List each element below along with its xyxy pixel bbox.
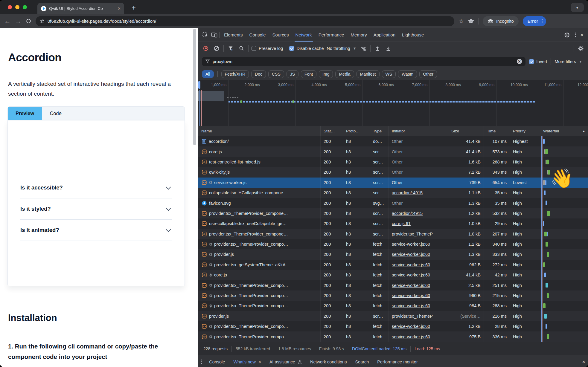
back-icon[interactable]: ← [4, 18, 11, 25]
drawer-tab-console[interactable]: Console [205, 355, 229, 367]
accordion-item[interactable]: Is it styled? [20, 198, 172, 220]
page-tab-preview[interactable]: Preview [8, 107, 42, 120]
initiator-link[interactable]: service-worker.js:60 [392, 252, 430, 257]
column-header-initiator[interactable]: Initiator [389, 126, 448, 136]
close-window-button[interactable] [8, 5, 12, 9]
network-conditions-icon[interactable] [359, 45, 367, 52]
initiator-link[interactable]: service-worker.js:60 [392, 293, 430, 298]
column-header-time[interactable]: Time [484, 126, 510, 136]
reload-icon[interactable] [26, 18, 31, 24]
devtools-tab-console[interactable]: Console [246, 28, 269, 42]
table-row[interactable]: favicon.svg200h3svg…Other1.3 kB35 msHigh [198, 198, 588, 208]
overview-drag-handle[interactable] [198, 81, 200, 89]
initiator-link[interactable]: service-worker.js:60 [392, 262, 430, 267]
column-header-stat-[interactable]: Stat… [321, 126, 343, 136]
overview-selection-window[interactable] [198, 91, 224, 101]
initiator-link[interactable]: service-worker.js:60 [392, 334, 430, 339]
initiator-link[interactable]: provider.tsx_ThemeP [392, 232, 433, 236]
table-row[interactable]: <>provider.tsx_ThemeProvider_compo…200h3… [198, 321, 588, 331]
column-header-name[interactable]: Name [198, 126, 321, 136]
drawer-tab-what-s-new[interactable]: What's new× [229, 355, 265, 367]
filter-chip-media[interactable]: Media [335, 70, 354, 78]
devtools-tab-elements[interactable]: Elements [221, 28, 246, 42]
table-row[interactable]: <>collapsible.tsx_HCollapsible_compone…2… [198, 188, 588, 198]
initiator-link[interactable]: service-worker.js:60 [392, 242, 430, 247]
clear-filter-icon[interactable]: ✕ [517, 59, 522, 64]
initiator-link[interactable]: service-worker.js:60 [392, 324, 430, 329]
device-toolbar-icon[interactable] [210, 31, 218, 39]
filter-chip-ws[interactable]: WS [382, 70, 396, 78]
tab-close-icon[interactable]: × [118, 6, 121, 11]
devtools-menu-icon[interactable] [575, 33, 576, 37]
page-scrollbar[interactable] [193, 29, 196, 145]
preserve-log-checkbox[interactable]: Preserve log [252, 46, 283, 51]
filter-chip-wasm[interactable]: Wasm [398, 70, 417, 78]
filter-chip-css[interactable]: CSS [268, 70, 284, 78]
filter-chip-all[interactable]: All [202, 70, 214, 78]
drawer-tab-performance-monitor[interactable]: Performance monitor [373, 355, 421, 367]
page-tab-code[interactable]: Code [42, 107, 69, 120]
invert-checkbox[interactable]: Invert [529, 59, 547, 64]
drawer-close-icon[interactable]: × [582, 359, 585, 365]
table-row[interactable]: <>use-collapsible.tsx_useCollapsible_ge…… [198, 218, 588, 229]
clear-network-log-icon[interactable] [213, 45, 220, 52]
minimize-window-button[interactable] [15, 5, 19, 9]
initiator-link[interactable]: accordion/:4915 [392, 211, 423, 216]
table-row[interactable]: <>provider.tsx_getSystemTheme_aKkA…200h3… [198, 260, 588, 270]
export-har-icon[interactable] [384, 45, 392, 52]
devtools-close-icon[interactable]: × [580, 32, 584, 38]
checkbox-unchecked-icon[interactable] [252, 46, 256, 51]
filter-icon[interactable] [227, 45, 234, 52]
table-row[interactable]: <>provider.tsx_ThemeProvider_compone…200… [198, 208, 588, 218]
maximize-window-button[interactable] [23, 5, 27, 9]
initiator-link[interactable]: accordion/:4915 [392, 190, 423, 195]
table-row[interactable]: <>core.js200h3scr…Other41.4 kB573 msHigh [198, 146, 588, 157]
tab-search-button[interactable]: ▾ [571, 3, 584, 12]
extension-icon[interactable] [468, 19, 474, 24]
devtools-tab-performance[interactable]: Performance [315, 28, 348, 42]
forward-icon[interactable]: → [15, 18, 22, 25]
initiator-link[interactable]: service-worker.js:60 [392, 273, 430, 277]
table-row[interactable]: <>provider.tsx_ThemeProvider_compone…200… [198, 229, 588, 239]
filter-chip-font[interactable]: Font [301, 70, 316, 78]
initiator-link[interactable]: core.js:61 [392, 221, 411, 226]
chrome-menu-icon[interactable] [542, 19, 543, 23]
drawer-menu-icon[interactable] [201, 360, 202, 364]
devtools-tab-application[interactable]: Application [370, 28, 399, 42]
more-filters-button[interactable]: More filters ▼ [555, 59, 585, 64]
inspect-icon[interactable] [201, 31, 209, 39]
column-header-waterfall[interactable]: Waterfall▲ [540, 126, 588, 136]
table-row[interactable]: <>provider.tsx_ThemeProvider_compo…200h3… [198, 280, 588, 290]
initiator-link[interactable]: service-worker.js:60 [392, 303, 430, 308]
search-icon[interactable] [237, 45, 245, 52]
table-row[interactable]: accordion/200h3do…Other41.4 kB107 msHigh… [198, 136, 588, 146]
filter-chip-img[interactable]: Img [319, 70, 333, 78]
accordion-item[interactable]: Is it accessible? [20, 177, 172, 198]
table-row[interactable]: <>provider.js200h3fetchservice-worker.js… [198, 249, 588, 259]
site-settings-icon[interactable] [40, 19, 45, 24]
filter-chip-js[interactable]: JS [287, 70, 298, 78]
record-network-log-icon[interactable] [202, 45, 210, 52]
column-header-size[interactable]: Size [448, 126, 484, 136]
drawer-tab-search[interactable]: Search [351, 355, 373, 367]
filter-chip-manifest[interactable]: Manifest [357, 70, 380, 78]
network-settings-gear-icon[interactable] [577, 45, 585, 52]
devtools-tab-network[interactable]: Network [292, 28, 315, 42]
table-row[interactable]: <>core.js200h3fetchservice-worker.js:604… [198, 270, 588, 280]
drawer-tab-network-conditions[interactable]: Network conditions [306, 355, 351, 367]
filter-chip-doc[interactable]: Doc [251, 70, 266, 78]
table-row[interactable]: <>qwik-city.js200h3scr…Other7.2 kB343 ms… [198, 167, 588, 177]
table-row[interactable]: <>service-worker.js200h3scr…Other739 B65… [198, 178, 588, 188]
browser-tab[interactable]: Qwik UI | Styled Accordion Co × [37, 3, 124, 14]
table-row[interactable]: <>provider.tsx_ThemeProvider_compo…200h3… [198, 290, 588, 301]
checkbox-checked-icon[interactable] [289, 46, 294, 51]
drawer-tab-ai-assistance[interactable]: AI assistance [266, 355, 306, 367]
filter-input[interactable]: proxytown ✕ [202, 57, 525, 66]
import-har-icon[interactable] [374, 45, 381, 52]
throttling-select[interactable]: No throttling ▼ [327, 46, 356, 51]
devtools-tab-memory[interactable]: Memory [348, 28, 370, 42]
checkbox-checked-icon[interactable] [529, 59, 534, 64]
accordion-item[interactable]: Is it animated? [20, 220, 172, 241]
drawer-tab-close-icon[interactable]: × [258, 359, 261, 364]
table-row[interactable]: <>provider.tsx_ThemeProvider_compo…200h3… [198, 301, 588, 311]
